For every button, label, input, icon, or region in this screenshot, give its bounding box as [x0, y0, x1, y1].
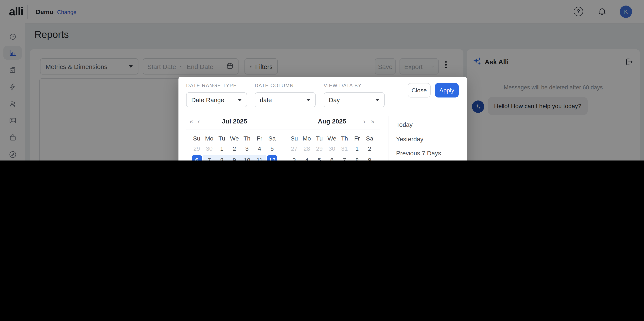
chevron-down-icon — [238, 99, 242, 101]
chevron-down-icon — [375, 99, 380, 101]
weekday-label: Mo — [203, 134, 216, 143]
left-month-title: Jul 2025 — [190, 117, 278, 125]
weekday-label: We — [326, 134, 338, 143]
calendar-day-range[interactable]: 9 — [229, 155, 240, 160]
calendar-cell: 8 — [216, 155, 228, 160]
calendar-day-start[interactable]: 6 — [192, 155, 202, 160]
preset-yesterday[interactable]: Yesterday — [396, 133, 423, 145]
preset-previous-7-days[interactable]: Previous 7 Days — [396, 147, 441, 160]
calendar-cell: 7 — [203, 155, 216, 160]
apply-button[interactable]: Apply — [435, 83, 459, 97]
calendar-cell: 28 — [300, 143, 313, 153]
view-data-by-select[interactable]: Day — [324, 92, 384, 107]
calendar-cell: 1 — [216, 143, 228, 153]
calendar-cell: 30 — [203, 143, 216, 153]
calendar-cell: 11 — [253, 155, 266, 160]
calendar-cell: 4 — [253, 143, 266, 153]
date-range-type-select[interactable]: Date Range — [186, 92, 247, 107]
next-month-button[interactable]: › — [363, 117, 366, 126]
weekday-label: Su — [190, 134, 203, 143]
weekday-label: Su — [288, 134, 300, 143]
calendar-cell: 12 — [266, 155, 278, 160]
calendar-day-end[interactable]: 12 — [267, 155, 277, 160]
calendar-cell: 6 — [190, 155, 203, 160]
calendar-cell: 9 — [363, 155, 376, 160]
calendar-day[interactable]: 6 — [327, 155, 337, 160]
calendar-day-out[interactable]: 29 — [192, 144, 202, 153]
calendar-day-out[interactable]: 28 — [302, 144, 312, 153]
calendar-cell: 2 — [363, 143, 376, 153]
view-data-by-label: VIEW DATA BY — [324, 83, 362, 88]
calendar-day[interactable]: 3 — [289, 155, 300, 160]
calendar-day[interactable]: 4 — [254, 144, 265, 153]
calendar-day[interactable]: 1 — [217, 144, 227, 153]
date-column-select[interactable]: date — [255, 92, 316, 107]
weekday-label: Fr — [253, 134, 266, 143]
calendar-day-out[interactable]: 30 — [327, 144, 337, 153]
calendar-cell: 5 — [313, 155, 326, 160]
chevron-down-icon — [306, 99, 310, 101]
preset-today[interactable]: Today — [396, 118, 412, 131]
right-month-title: Aug 2025 — [288, 117, 376, 125]
calendar-cell: 4 — [300, 155, 313, 160]
weekday-label: Sa — [266, 134, 278, 143]
calendar-day-out[interactable]: 31 — [340, 144, 350, 153]
calendar-right: SuMoTuWeThFrSa27282930311234567891011121… — [288, 134, 376, 160]
calendar-cell: 2 — [228, 143, 241, 153]
calendar-day-range[interactable]: 8 — [217, 155, 227, 160]
weekday-label: Fr — [351, 134, 363, 143]
calendar-day[interactable]: 4 — [302, 155, 312, 160]
weekday-label: Sa — [363, 134, 376, 143]
calendar-left: SuMoTuWeThFrSa29301234567891011121314151… — [190, 134, 278, 160]
date-column-label: DATE COLUMN — [255, 83, 294, 88]
calendar-cell: 29 — [190, 143, 203, 153]
calendar-day-out[interactable]: 27 — [289, 144, 300, 153]
calendar-cell: 31 — [338, 143, 351, 153]
calendar-cell: 30 — [326, 143, 338, 153]
calendar-day[interactable]: 2 — [364, 144, 375, 153]
weekday-label: Tu — [313, 134, 326, 143]
calendar-day[interactable]: 7 — [340, 155, 350, 160]
presets-divider — [388, 116, 388, 160]
calendar-day[interactable]: 5 — [314, 155, 324, 160]
calendar-day[interactable]: 8 — [352, 155, 362, 160]
calendar-day-range[interactable]: 10 — [242, 155, 252, 160]
calendar-cell: 7 — [338, 155, 351, 160]
app-root: alli Demo Change ? K Reports Metrics & D… — [0, 0, 644, 160]
calendar-day[interactable]: 2 — [229, 144, 240, 153]
calendar-day[interactable]: 5 — [267, 144, 277, 153]
calendar-divider — [186, 129, 380, 129]
weekday-label: Mo — [300, 134, 313, 143]
calendar-cell: 8 — [351, 155, 363, 160]
weekday-label: Tu — [216, 134, 228, 143]
view-data-by-value: Day — [329, 96, 340, 103]
calendar-cell: 3 — [241, 143, 253, 153]
calendar-cell: 6 — [326, 155, 338, 160]
calendar-day-range[interactable]: 7 — [204, 155, 214, 160]
calendar-cell: 29 — [313, 143, 326, 153]
calendar-day[interactable]: 9 — [364, 155, 375, 160]
calendar-day-out[interactable]: 30 — [204, 144, 214, 153]
close-button[interactable]: Close — [408, 83, 430, 97]
calendar-cell: 3 — [288, 155, 300, 160]
date-range-type-value: Date Range — [191, 96, 224, 103]
weekday-label: Th — [241, 134, 253, 143]
calendar-cell: 9 — [228, 155, 241, 160]
weekday-label: Th — [338, 134, 351, 143]
calendar-day[interactable]: 1 — [352, 144, 362, 153]
calendar-cell: 1 — [351, 143, 363, 153]
calendar-cell: 27 — [288, 143, 300, 153]
calendar-cell: 10 — [241, 155, 253, 160]
super-next-month-button[interactable]: » — [371, 117, 374, 126]
weekday-label: We — [228, 134, 241, 143]
date-range-type-label: DATE RANGE TYPE — [186, 83, 237, 88]
calendar-cell: 5 — [266, 143, 278, 153]
date-range-modal: DATE RANGE TYPE DATE COLUMN VIEW DATA BY… — [178, 77, 467, 160]
calendar-day-range[interactable]: 11 — [254, 155, 265, 160]
calendar-day-out[interactable]: 29 — [314, 144, 324, 153]
date-column-value: date — [260, 96, 272, 103]
calendar-day[interactable]: 3 — [242, 144, 252, 153]
